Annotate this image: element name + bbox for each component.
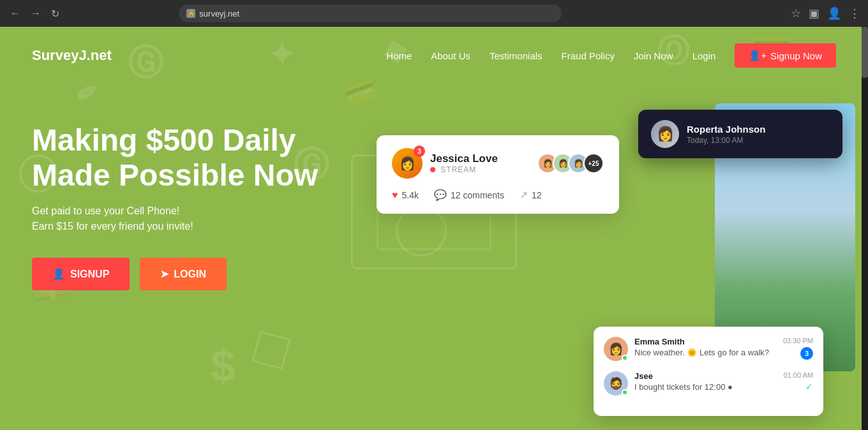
comments-count: 12 comments — [451, 190, 504, 200]
login-button[interactable]: ➤ LOGIN — [140, 258, 227, 290]
hero-subtitle2: Earn $15 for every friend you invite! — [32, 221, 338, 232]
reload-button[interactable]: ↻ — [49, 5, 62, 22]
social-user-name: Jessica Love — [430, 152, 498, 165]
nav-testimonials[interactable]: Testimonials — [490, 50, 542, 61]
nav-fraud[interactable]: Fraud Policy — [562, 50, 615, 61]
nav-join[interactable]: Join Now — [634, 50, 673, 61]
chat-avatar-2: 🧔 — [604, 371, 628, 396]
social-user-info: Jessica Love STREAM — [430, 152, 498, 174]
signup-icon: 👤 — [52, 268, 65, 280]
social-avatar-wrap: 👩 3 — [392, 148, 423, 179]
avatar-group: 👩 👩 👩 +25 — [542, 153, 604, 174]
social-avatar-badge: 3 — [414, 145, 425, 157]
chat-name-2: Jsee — [634, 371, 777, 381]
nav-links: Home About Us Testimonials Fraud Policy … — [386, 43, 836, 68]
likes-stat: ♥ 5.4k — [392, 189, 419, 201]
shares-count: 12 — [532, 190, 542, 200]
chat-text-2: I bought tickets for 12:00 ● — [634, 382, 777, 392]
hero-subtitle1: Get paid to use your Cell Phone! — [32, 205, 338, 217]
chat-content-1: Emma Smith Nice weather. 🌞 Lets go for a… — [634, 337, 777, 357]
chat-avatar-1: 👩 — [604, 337, 628, 361]
menu-icon[interactable]: ⋮ — [849, 6, 860, 20]
extensions-icon[interactable]: ▣ — [809, 6, 819, 20]
forward-button[interactable]: → — [28, 5, 43, 22]
signup-nav-icon: 👤+ — [749, 50, 767, 61]
share-icon: ↗ — [520, 189, 528, 201]
chat-time-1: 03:30 PM — [783, 337, 813, 345]
back-button[interactable]: ← — [8, 5, 23, 22]
hero-text: Making $500 Daily Made Possible Now Get … — [32, 122, 338, 290]
chat-content-2: Jsee I bought tickets for 12:00 ● — [634, 371, 777, 392]
address-bar[interactable]: 🔒 — [179, 4, 562, 22]
chat-text-1: Nice weather. 🌞 Lets go for a walk? — [634, 348, 777, 357]
chat-message-1: 👩 Emma Smith Nice weather. 🌞 Lets go for… — [604, 337, 813, 361]
comments-stat: 💬 12 comments — [434, 189, 504, 201]
chat-area: 👩 Emma Smith Nice weather. 🌞 Lets go for… — [594, 327, 823, 416]
chat-badge-1: 3 — [800, 347, 813, 360]
chat-message-2: 🧔 Jsee I bought tickets for 12:00 ● 01:0… — [604, 371, 813, 396]
nav-about[interactable]: About Us — [431, 50, 470, 61]
profile-icon[interactable]: 👤 — [827, 6, 841, 20]
hero-mockups: 👩 Roperta Johnson Today, 13:00 AM 👩 3 Je… — [326, 122, 836, 378]
dark-card-name: Roperta Johnson — [687, 124, 765, 135]
browser-chrome: ← → ↻ 🔒 ☆ ▣ 👤 ⋮ — [0, 0, 868, 27]
page: Ⓖ ✦ ◆ Ⓞ 💳 💴 ✏ $ Ⓖ 💳 💳 SurveyJ.net Home A… — [0, 27, 868, 430]
login-label: LOGIN — [174, 269, 206, 280]
shares-stat: ↗ 12 — [520, 189, 542, 201]
likes-count: 5.4k — [402, 190, 419, 200]
chat-name-1: Emma Smith — [634, 337, 777, 346]
browser-actions: ☆ ▣ 👤 ⋮ — [791, 6, 860, 20]
dark-card-time: Today, 13:00 AM — [687, 136, 765, 145]
bookmark-icon[interactable]: ☆ — [791, 6, 801, 20]
hero-title: Making $500 Daily Made Possible Now — [32, 122, 338, 193]
signup-label: SIGNUP — [70, 269, 109, 280]
social-card-header: 👩 3 Jessica Love STREAM 👩 👩 👩 — [392, 148, 604, 179]
social-tag: STREAM — [430, 165, 498, 174]
signup-nav-label: Signup Now — [770, 50, 822, 61]
chat-time-2: 01:00 AM — [784, 371, 813, 379]
hero-section: Making $500 Daily Made Possible Now Get … — [0, 84, 868, 378]
nav-home[interactable]: Home — [386, 50, 412, 61]
nav-login[interactable]: Login — [692, 50, 716, 61]
signup-button[interactable]: 👤 SIGNUP — [32, 258, 130, 290]
navbar: SurveyJ.net Home About Us Testimonials F… — [0, 27, 868, 84]
online-dot-1 — [622, 355, 628, 361]
hero-buttons: 👤 SIGNUP ➤ LOGIN — [32, 258, 338, 290]
logo: SurveyJ.net — [32, 47, 112, 64]
social-stats: ♥ 5.4k 💬 12 comments ↗ 12 — [392, 189, 604, 201]
heart-icon: ♥ — [392, 189, 398, 201]
social-card: 👩 3 Jessica Love STREAM 👩 👩 👩 — [377, 135, 619, 214]
av-count: +25 — [583, 153, 604, 174]
comment-icon: 💬 — [434, 189, 447, 201]
dark-card-header: 👩 Roperta Johnson Today, 13:00 AM — [651, 120, 830, 148]
dark-card: 👩 Roperta Johnson Today, 13:00 AM — [638, 110, 842, 158]
url-input[interactable] — [199, 9, 554, 19]
read-check: ✓ — [805, 382, 813, 392]
online-dot-2 — [622, 389, 628, 396]
favicon: 🔒 — [186, 9, 195, 18]
login-icon: ➤ — [160, 268, 168, 280]
stream-dot — [430, 167, 435, 172]
dark-card-avatar: 👩 — [651, 120, 679, 148]
signup-nav-button[interactable]: 👤+ Signup Now — [735, 43, 836, 68]
